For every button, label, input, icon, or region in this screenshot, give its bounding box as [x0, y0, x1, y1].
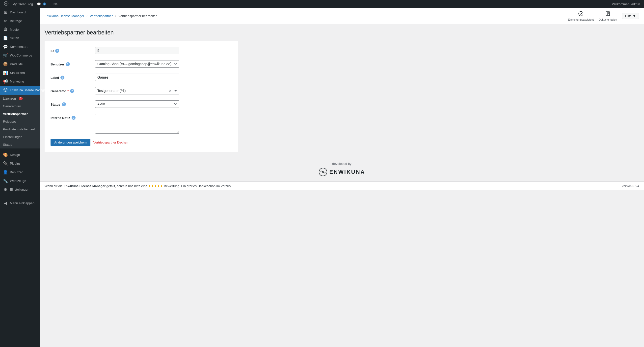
footer: developed by ENWIKUNA	[44, 152, 639, 181]
submenu-item-einstellungen[interactable]: Einstellungen	[0, 133, 40, 141]
sidebar-item-collapse[interactable]: ◀ Menü einklappen	[0, 199, 40, 207]
notice-after: gefällt, schreib uns bitte eine	[106, 184, 148, 188]
help-label: Hilfe	[625, 14, 632, 18]
produkte-icon: 📦	[3, 62, 8, 67]
sidebar-item-enwikuna[interactable]: Enwikuna License Manager Lizenzen 2 Gene…	[0, 86, 40, 148]
einrichtungsassistent-label: Einrichtungsassistent	[568, 18, 594, 21]
generator-help-icon[interactable]: ?	[70, 89, 74, 93]
sidebar-label-werkzeuge: Werkzeuge	[10, 179, 26, 183]
bottom-notice: Wenn dir die Enwikuna License Manager ge…	[40, 181, 644, 190]
sidebar-item-statistiken[interactable]: 📊 Statistiken	[0, 68, 40, 77]
help-button[interactable]: Hilfe ▼	[622, 13, 639, 19]
sidebar-item-dashboard[interactable]: ⊞ Dashboard	[0, 8, 40, 17]
sidebar-item-kommentare[interactable]: 💬 Kommentare	[0, 42, 40, 51]
comment-icon: 💬	[37, 2, 41, 6]
sidebar-item-plugins[interactable]: 🔌 Plugins	[0, 159, 40, 168]
breadcrumb-link-2[interactable]: Vertriebspartner	[90, 14, 113, 18]
developed-by-text: developed by	[50, 162, 634, 166]
generator-input-col: Testgenerator (#1) ✕ ▼	[95, 87, 232, 94]
field-label-label: Label ?	[50, 74, 95, 80]
generator-select-wrap: Testgenerator (#1) ✕ ▼	[95, 87, 179, 94]
notiz-input-col	[95, 114, 232, 134]
breadcrumb-link-1[interactable]: Enwikuna License Manager	[44, 14, 84, 18]
label-help-icon[interactable]: ?	[60, 76, 64, 80]
submenu-item-lizenzen[interactable]: Lizenzen 2	[0, 95, 40, 102]
breadcrumb-bar: Enwikuna License Manager / Vertriebspart…	[40, 8, 644, 24]
svg-point-2	[4, 88, 7, 92]
benutzer-select[interactable]: Gaming Shop (#4 – gamingshop@enwikuna.de…	[95, 60, 179, 68]
breadcrumb: Enwikuna License Manager / Vertriebspart…	[44, 14, 158, 18]
benutzer-help-icon[interactable]: ?	[66, 62, 70, 66]
notice-end: Bewertung. Ein großes Dankeschön im Vora…	[164, 184, 232, 188]
generator-required-mark: *	[67, 89, 68, 93]
id-help-icon[interactable]: ?	[55, 49, 59, 53]
einstellungen-icon: ⚙	[3, 187, 8, 192]
notice-text: Wenn dir die Enwikuna License Manager ge…	[44, 184, 232, 188]
dokumentation-link[interactable]: Dokumentation	[599, 11, 617, 21]
notice-plugin-name: Enwikuna License Manager	[64, 184, 106, 188]
enwikuna-logo-icon	[318, 168, 328, 176]
generator-select[interactable]: Testgenerator (#1)	[95, 87, 179, 94]
submenu-label-produkte-installiert: Produkte installiert auf	[3, 127, 35, 131]
sidebar-label-kommentare: Kommentare	[10, 45, 28, 49]
notiz-textarea[interactable]	[95, 114, 179, 134]
dashboard-icon: ⊞	[3, 10, 8, 15]
field-row-label: Label ?	[50, 74, 232, 83]
sidebar-item-einstellungen[interactable]: ⚙ Einstellungen	[0, 185, 40, 194]
einrichtungsassistent-icon	[578, 11, 584, 18]
sidebar-label-design: Design	[10, 153, 20, 157]
breadcrumb-current: Vertriebspartner bearbeiten	[118, 14, 158, 18]
status-select[interactable]: Aktiv Inaktiv	[95, 100, 179, 108]
lizenzen-badge: 2	[19, 97, 23, 100]
enwikuna-icon	[3, 88, 8, 93]
submenu-item-releases[interactable]: Releases	[0, 118, 40, 125]
submenu-item-vertriebspartner[interactable]: Vertriebspartner	[0, 110, 40, 118]
sidebar-item-beitraege[interactable]: ✏ Beiträge	[0, 17, 40, 25]
submenu-item-generatoren[interactable]: Generatoren	[0, 102, 40, 110]
comments-link[interactable]: 💬 0	[35, 2, 48, 6]
label-input-col	[95, 74, 232, 81]
werkzeuge-icon: 🔧	[3, 178, 8, 183]
breadcrumb-sep-2: /	[115, 14, 116, 18]
sidebar-item-benutzer[interactable]: 👤 Benutzer	[0, 168, 40, 176]
status-input-col: Aktiv Inaktiv	[95, 100, 232, 108]
notiz-help-icon[interactable]: ?	[72, 116, 76, 120]
sidebar-label-beitraege: Beiträge	[10, 19, 22, 23]
delete-button[interactable]: Vertriebspartner löschen	[90, 139, 131, 146]
status-help-icon[interactable]: ?	[62, 102, 66, 106]
comments-count: 0	[43, 3, 46, 6]
field-label-id: ID ?	[50, 47, 95, 53]
einrichtungsassistent-link[interactable]: Einrichtungsassistent	[568, 11, 594, 21]
sidebar-item-woocommerce[interactable]: 🛒 WooCommerce	[0, 51, 40, 60]
site-name-text: My Great Blog	[12, 2, 33, 6]
generator-clear-button[interactable]: ✕	[168, 89, 173, 93]
new-label: Neu	[54, 2, 60, 6]
sidebar-item-marketing[interactable]: 📢 Marketing	[0, 77, 40, 86]
field-label-notiz: Interne Notiz ?	[50, 114, 95, 120]
field-label-generator: Generator * ?	[50, 87, 95, 93]
form-actions: Änderungen speichern Vertriebspartner lö…	[50, 139, 232, 146]
notice-before: Wenn dir die	[44, 184, 63, 188]
seiten-icon: 📄	[3, 36, 8, 40]
site-name-link[interactable]: My Great Blog	[10, 2, 35, 6]
edit-form: ID ? Benutzer ? Gaming Shop (#	[44, 41, 238, 152]
submenu-item-produkte-installiert[interactable]: Produkte installiert auf	[0, 125, 40, 133]
enwikuna-logo: ENWIKUNA	[50, 168, 634, 176]
sidebar-label-medien: Medien	[10, 28, 20, 32]
submenu-item-status[interactable]: Status	[0, 141, 40, 148]
id-input[interactable]	[95, 47, 179, 54]
beitraege-icon: ✏	[3, 19, 8, 23]
dokumentation-label: Dokumentation	[599, 18, 617, 21]
sidebar-item-design[interactable]: 🎨 Design	[0, 150, 40, 159]
woocommerce-icon: 🛒	[3, 53, 8, 58]
save-button[interactable]: Änderungen speichern	[50, 139, 90, 146]
sidebar-item-seiten[interactable]: 📄 Seiten	[0, 34, 40, 42]
label-input[interactable]	[95, 74, 179, 81]
submenu-label-vertriebspartner: Vertriebspartner	[3, 112, 28, 116]
new-content-link[interactable]: + Neu	[48, 2, 61, 6]
submenu-label-einstellungen: Einstellungen	[3, 135, 22, 139]
field-row-generator: Generator * ? Testgenerator (#1) ✕ ▼	[50, 87, 232, 96]
sidebar-item-produkte[interactable]: 📦 Produkte	[0, 60, 40, 68]
sidebar-item-medien[interactable]: 🖼 Medien	[0, 25, 40, 34]
sidebar-item-werkzeuge[interactable]: 🔧 Werkzeuge	[0, 176, 40, 185]
